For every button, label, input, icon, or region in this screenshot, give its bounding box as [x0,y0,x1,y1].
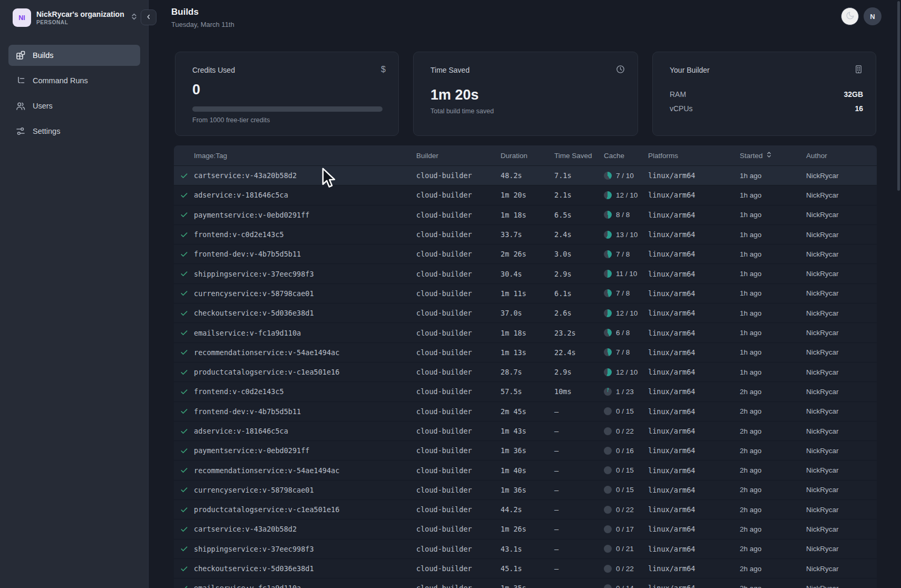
builder-cell: cloud-builder [416,525,501,533]
build-success-check-icon [174,466,194,474]
cache-ratio-pie-icon [604,584,612,588]
started-cell: 1h ago [740,172,806,180]
sidebar-item-settings[interactable]: Settings [8,121,140,142]
started-cell: 2h ago [740,388,806,396]
author-cell: NickRycar [806,211,877,219]
credits-used-value: 0 [192,82,386,98]
time-saved-cell: – [554,584,604,588]
platforms-cell: linux/arm64 [648,525,740,533]
column-header-cache: Cache [604,152,648,160]
cache-ratio-pie-icon [604,348,612,356]
table-row[interactable]: frontend-dev:v-4b7b5d5b11 cloud-builder … [174,244,877,263]
duration-cell: 28.7s [501,368,554,376]
time-saved-cell: – [554,545,604,553]
author-cell: NickRycar [806,309,877,317]
duration-cell: 44.2s [501,505,554,514]
time-saved-cell: 3.0s [554,250,604,258]
spec-row-vcpus: vCPUs 16 [670,101,863,115]
table-row[interactable]: currencyservice:v-58798cae01 cloud-build… [174,480,877,499]
table-row[interactable]: paymentservice:v-0ebd0291ff cloud-builde… [174,205,877,224]
builder-cell: cloud-builder [416,387,501,396]
build-success-check-icon [174,506,194,514]
build-success-check-icon [174,211,194,219]
duration-cell: 1m 36s [501,486,554,494]
build-success-check-icon [174,584,194,588]
org-switcher[interactable]: NI NickRycar's organization PERSONAL [13,8,138,27]
table-row[interactable]: frontend:v-c0d2e143c5 cloud-builder 33.7… [174,224,877,244]
cache-cell: 0 / 22 [604,427,648,435]
table-row[interactable]: adservice:v-181646c5ca cloud-builder 1m … [174,421,877,440]
table-row[interactable]: frontend-dev:v-4b7b5d5b11 cloud-builder … [174,401,877,421]
sidebar-item-label: Users [33,102,53,110]
main-content: Builds Tuesday, March 11th N Credits Use… [149,0,901,588]
cache-ratio-pie-icon [604,270,612,278]
your-builder-card: Your Builder RAM 32GB vCPUs 16 [652,52,876,136]
clock-icon [616,65,625,74]
table-row[interactable]: checkoutservice:v-5d036e38d1 cloud-build… [174,558,877,578]
table-row[interactable]: checkoutservice:v-5d036e38d1 cloud-build… [174,303,877,322]
duration-cell: 1m 20s [501,191,554,199]
page-title: Builds [171,7,199,17]
time-saved-card: Time Saved 1m 20s Total build time saved [413,52,638,136]
table-row[interactable]: emailservice:v-fc1a9d110a cloud-builder … [174,322,877,342]
time-saved-cell: 2.9s [554,368,604,376]
table-row[interactable]: shippingservice:v-37eec998f3 cloud-build… [174,263,877,283]
cache-cell: 7 / 8 [604,250,648,258]
table-row[interactable]: recommendationservice:v-54ae1494ac cloud… [174,460,877,479]
started-cell: 1h ago [740,309,806,317]
table-row[interactable]: emailservice:v-fc1a9d110a cloud-builder … [174,578,877,588]
table-row[interactable]: cartservice:v-43a20b58d2 cloud-builder 4… [174,165,877,185]
column-header-started[interactable]: Started [740,151,806,160]
card-title: Credits Used [192,66,386,74]
build-success-check-icon [174,172,194,180]
duration-cell: 48.2s [501,171,554,180]
builder-cell: cloud-builder [416,348,501,357]
builder-cell: cloud-builder [416,191,501,199]
started-cell: 2h ago [740,447,806,455]
builder-cell: cloud-builder [416,230,501,239]
sidebar-item-builds[interactable]: Builds [8,45,140,66]
time-saved-cell: 10ms [554,387,604,396]
sidebar-item-users[interactable]: Users [8,95,140,116]
image-tag-cell: checkoutservice:v-5d036e38d1 [194,309,416,317]
platforms-cell: linux/arm64 [648,270,740,278]
cache-ratio-pie-icon [604,506,612,514]
cache-cell: 0 / 15 [604,407,648,415]
table-row[interactable]: paymentservice:v-0ebd0291ff cloud-builde… [174,440,877,460]
author-cell: NickRycar [806,584,877,588]
vertical-scrollbar[interactable] [897,1,900,191]
table-row[interactable]: productcatalogservice:v-c1ea501e16 cloud… [174,362,877,381]
time-saved-cell: 2.4s [554,230,604,239]
platforms-cell: linux/arm64 [648,250,740,258]
cache-ratio-pie-icon [604,466,612,474]
sidebar-collapse-button[interactable] [141,9,156,25]
image-tag-cell: cartservice:v-43a20b58d2 [194,171,416,180]
table-row[interactable]: recommendationservice:v-54ae1494ac cloud… [174,342,877,362]
table-row[interactable]: shippingservice:v-37eec998f3 cloud-build… [174,539,877,558]
started-cell: 2h ago [740,565,806,573]
table-row[interactable]: productcatalogservice:v-c1ea501e16 cloud… [174,499,877,519]
spec-value: 32GB [844,90,863,99]
author-cell: NickRycar [806,545,877,553]
builder-cell: cloud-builder [416,545,501,553]
page-date: Tuesday, March 11th [171,21,234,28]
build-success-check-icon [174,427,194,435]
org-name: NickRycar's organization [36,10,128,18]
image-tag-cell: productcatalogservice:v-c1ea501e16 [194,368,416,376]
user-avatar[interactable]: N [864,7,882,25]
image-tag-cell: shippingservice:v-37eec998f3 [194,270,416,278]
build-success-check-icon [174,545,194,553]
sidebar-item-command-runs[interactable]: Command Runs [8,70,140,91]
table-row[interactable]: frontend:v-c0d2e143c5 cloud-builder 57.5… [174,381,877,401]
duration-cell: 1m 18s [501,329,554,337]
table-row[interactable]: cartservice:v-43a20b58d2 cloud-builder 1… [174,519,877,538]
theme-toggle-button[interactable] [841,7,859,25]
cache-ratio-pie-icon [604,329,612,337]
table-row[interactable]: currencyservice:v-58798cae01 cloud-build… [174,283,877,303]
builder-cell: cloud-builder [416,584,501,588]
image-tag-cell: paymentservice:v-0ebd0291ff [194,446,416,455]
platforms-cell: linux/arm64 [648,584,740,588]
table-row[interactable]: adservice:v-181646c5ca cloud-builder 1m … [174,185,877,204]
cache-ratio-pie-icon [604,545,612,553]
column-header-image-tag: Image:Tag [194,152,416,160]
